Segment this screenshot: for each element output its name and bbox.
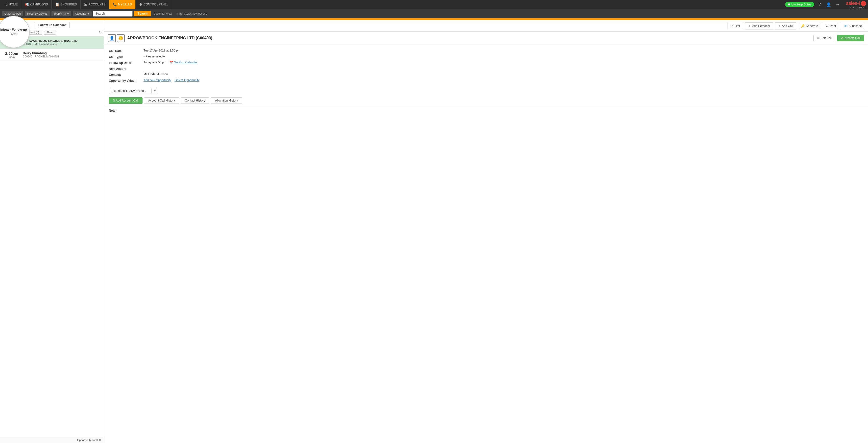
account-call-history-button[interactable]: Account Call History [144,97,179,104]
nav-control-panel-label: CONTROL PANEL [144,3,168,6]
accounts-dropdown-arrow: ▼ [87,12,90,15]
enquiries-icon: 📋 [55,2,59,6]
record-actions: ✏ Edit Call ✔ Archive Call [813,35,864,41]
nav-campaigns[interactable]: 📢 CAMPAIGNS [21,0,52,9]
logo-text: sales-i ⬤ [846,0,866,6]
arrow-button[interactable]: → [834,1,841,8]
nav-items: ⌂ HOME 📢 CAMPAIGNS 📋 ENQUIRIES 🏛 ACCOUNT… [2,0,785,9]
search-input[interactable] [93,11,133,17]
generate-button[interactable]: 🔑 Generate [798,23,821,29]
sub-tab-date[interactable]: Date [44,30,56,35]
recently-viewed-button[interactable]: Recently Viewed [25,11,50,16]
telephone-dropdown-arrow[interactable]: ▼ [151,89,158,93]
search-button[interactable]: Search [134,11,151,16]
customer-view-link[interactable]: Customer View [153,12,172,15]
accounts-dropdown[interactable]: Accounts ▼ [73,11,92,16]
note-label: Note: [109,109,863,112]
add-call-button[interactable]: ＋ Add Call [775,22,796,29]
opportunity-value: Add new Opportunity Link to Opportunity [144,79,863,82]
home-icon: ⌂ [5,2,7,6]
note-section: Note: [104,106,868,115]
archive-call-button[interactable]: ✔ Archive Call [837,35,864,41]
call-contact: RACHEL MANNING [35,55,59,58]
generate-icon: 🔑 [801,24,805,28]
generate-label: Generate [806,24,818,28]
add-call-label: Add Call [782,24,793,28]
subscribe-label: Subscribe [849,24,862,28]
call-type-label: Call Type: [109,55,144,59]
call-code: C00540 [23,55,32,58]
nav-control-panel[interactable]: ⚙ CONTROL PANEL [135,0,172,9]
archive-icon: ✔ [841,36,843,40]
calendar-icon: 📅 [169,61,173,64]
followup-date-value: Today at 2:50 pm 📅 Send to Calendar [144,61,863,64]
top-navigation: ⌂ HOME 📢 CAMPAIGNS 📋 ENQUIRIES 🏛 ACCOUNT… [0,0,868,9]
filter-button[interactable]: ▽ Filter [727,23,744,29]
logo: sales-i ⬤ SELL SMART [846,0,866,9]
call-company: Derry Plumbing [23,51,101,55]
user-button[interactable]: 👤 [825,1,832,8]
call-date-value: Tue 17 Apr 2018 at 2:50 pm [144,49,863,52]
call-type-value: --Please select-- [144,55,863,58]
edit-icon: ✏ [817,36,819,40]
filter-label: Filter [734,24,740,28]
archive-call-label: Archive Call [844,36,860,40]
search-bar: Quick Search Recently Viewed Search All … [0,9,868,18]
nav-enquiries-label: ENQUIRIES [61,3,77,6]
nav-accounts[interactable]: 🏛 ACCOUNTS [81,0,109,9]
accounts-dropdown-label: Accounts [75,12,86,15]
logo-tagline: SELL SMART [850,6,866,9]
link-to-opportunity-link[interactable]: Link to Opportunity [175,79,199,82]
add-account-call-button[interactable]: $ Add Account Call [109,97,143,104]
tab-followup-calendar[interactable]: Follow-up Calendar [35,22,69,28]
call-item[interactable]: 2:50pm Today Derry Plumbing C00540 RACHE… [0,49,104,61]
person-icon: 👤 [108,34,116,42]
accounts-icon: 🏛 [84,2,88,6]
campaigns-icon: 📢 [25,2,29,6]
add-personal-label: Add Personal [752,24,770,28]
control-panel-icon: ⚙ [139,2,142,6]
nav-campaigns-label: CAMPAIGNS [30,3,48,6]
quick-search-button[interactable]: Quick Search [2,11,23,16]
accent-bar [0,18,868,20]
print-label: Print [830,24,836,28]
face-icon: 😊 [117,34,125,42]
edit-call-label: Edit Call [820,36,832,40]
next-action-label: Next Action: [109,67,144,70]
left-panel: Inbox - Follow-up List Follow-up Calenda… [0,20,104,443]
nav-accounts-label: ACCOUNTS [89,3,105,6]
nav-mycalls[interactable]: 📞 MYCALLS [109,0,135,9]
edit-call-button[interactable]: ✏ Edit Call [813,35,835,41]
search-all-label: Search All [54,12,66,15]
subscribe-button[interactable]: 📧 Subscribe [841,23,865,29]
add-personal-button[interactable]: ＋ Add Personal [745,22,773,29]
send-to-calendar-link[interactable]: Send to Calendar [174,61,197,64]
refresh-button[interactable]: ↻ [98,30,102,35]
contact-history-button[interactable]: Contact History [181,97,209,104]
help-button[interactable]: ? [816,1,823,8]
contact-label: Contact: [109,72,144,77]
print-button[interactable]: 🖨 Print [823,23,839,29]
record-details: Call Date Tue 17 Apr 2018 at 2:50 pm Cal… [104,45,868,86]
record-title: ARROWBROOK ENGINEERING LTD (C00403) [127,36,212,40]
right-panel: ▽ Filter ＋ Add Personal ＋ Add Call 🔑 Gen… [104,20,868,443]
call-list: 2:50pm Today ARROWBROOK ENGINEERING LTD … [0,36,104,437]
call-time: 2:50pm [3,51,20,56]
search-all-dropdown[interactable]: Search All ▼ [52,11,71,16]
record-header: 👤 😊 ARROWBROOK ENGINEERING LTD (C00403) … [104,32,868,45]
allocation-history-button[interactable]: Allocation History [211,97,242,104]
nav-right-actions: Live Help Online ? 👤 → sales-i ⬤ SELL SM… [785,0,866,9]
call-meta: C00540 RACHEL MANNING [23,55,101,58]
contact-value: Ms Linda Murrison [144,72,863,76]
mycalls-icon: 📞 [113,2,117,6]
nav-enquiries[interactable]: 📋 ENQUIRIES [52,0,81,9]
record-header-icons: 👤 😊 [108,34,125,42]
nav-home-label: HOME [9,3,18,6]
right-toolbar: ▽ Filter ＋ Add Personal ＋ Add Call 🔑 Gen… [104,20,868,32]
live-help-button[interactable]: Live Help Online [785,2,814,7]
live-help-dot [788,3,790,5]
add-new-opportunity-link[interactable]: Add new Opportunity [144,79,171,82]
add-account-call-icon: $ [113,99,115,102]
nav-home[interactable]: ⌂ HOME [2,0,21,9]
telephone-dropdown[interactable]: Telephone 1: 012487128... ▼ [109,88,158,94]
